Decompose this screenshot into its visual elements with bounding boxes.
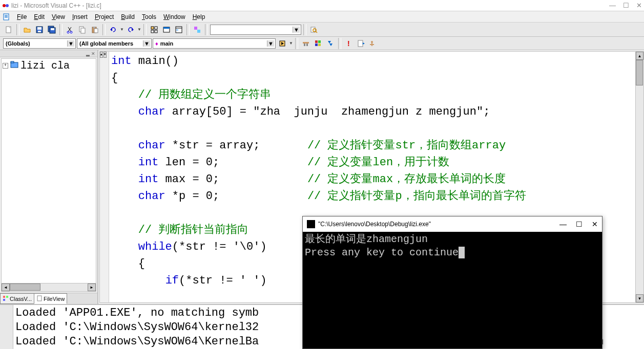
svg-rect-51 — [358, 40, 363, 47]
app-icon — [2, 2, 9, 9]
svg-text:!: ! — [347, 39, 350, 48]
menu-file[interactable]: File — [13, 12, 30, 21]
find-in-files-button[interactable] — [308, 24, 320, 35]
svg-rect-2 — [4, 14, 9, 20]
wizard-bar: (Globals)▼ (All global members▼ ♦ main▼ … — [0, 37, 644, 50]
svg-rect-33 — [176, 29, 178, 31]
svg-point-1 — [6, 4, 9, 7]
menu-project[interactable]: Project — [91, 12, 117, 21]
menu-edit[interactable]: Edit — [30, 12, 48, 21]
filter-combo[interactable]: (All global members▼ — [77, 38, 152, 49]
scroll-thumb[interactable] — [636, 60, 643, 85]
open-button[interactable] — [22, 24, 33, 35]
minimize-button[interactable]: — — [609, 2, 616, 9]
panel-handle[interactable]: ▂ ✕ — [0, 50, 97, 57]
svg-rect-41 — [303, 42, 309, 43]
menu-build[interactable]: Build — [117, 12, 138, 21]
svg-rect-55 — [370, 44, 374, 45]
svg-marker-48 — [328, 41, 331, 43]
console-title: "C:\Users\lenovo\Desktop\Debug\lizi.exe" — [318, 221, 559, 228]
classview-tab[interactable]: ClassV... — [0, 293, 34, 304]
class-tree[interactable]: + lizi cla ◀▶ — [1, 58, 96, 292]
insert-breakpoint-button[interactable] — [368, 38, 379, 49]
svg-rect-57 — [11, 61, 14, 63]
copy-button[interactable] — [77, 24, 88, 35]
goto-dropdown[interactable]: ▼ — [289, 41, 293, 46]
close-button[interactable]: ✕ — [636, 2, 642, 9]
resource-button[interactable] — [192, 24, 203, 35]
goto-button[interactable] — [277, 38, 288, 49]
svg-rect-27 — [151, 30, 154, 33]
svg-rect-13 — [51, 28, 54, 30]
svg-rect-21 — [93, 27, 95, 28]
svg-rect-44 — [315, 40, 318, 43]
menubar: File Edit View Insert Project Build Tool… — [0, 11, 644, 23]
svg-rect-26 — [155, 27, 157, 29]
menu-tools[interactable]: Tools — [138, 12, 160, 21]
menu-window[interactable]: Window — [160, 12, 189, 21]
execute-button[interactable]: ! — [343, 38, 355, 49]
svg-point-0 — [3, 4, 6, 7]
scroll-down-button[interactable]: ▼ — [636, 294, 643, 302]
console-body[interactable]: 最长的单词是zhamengjun Press any key to contin… — [303, 232, 602, 260]
members-combo[interactable]: ♦ main▼ — [153, 38, 276, 49]
tree-root-label: lizi cla — [20, 60, 70, 72]
paste-button[interactable] — [89, 24, 100, 35]
fileview-icon — [36, 295, 43, 302]
find-combo[interactable]: ▼ — [210, 25, 301, 35]
menu-insert[interactable]: Insert — [69, 12, 91, 21]
folder-icon — [10, 60, 19, 72]
svg-line-38 — [316, 31, 317, 33]
document-icon[interactable] — [2, 13, 10, 21]
editor-gutter — [100, 52, 109, 302]
compile-button[interactable] — [300, 38, 311, 49]
svg-rect-43 — [306, 43, 308, 46]
save-button[interactable] — [34, 24, 45, 35]
svg-rect-28 — [155, 30, 157, 33]
scroll-up-button[interactable]: ▲ — [636, 52, 643, 60]
stop-build-button[interactable] — [325, 38, 336, 49]
fileview-tab[interactable]: FileView — [34, 293, 67, 304]
save-all-button[interactable] — [46, 24, 57, 35]
console-window[interactable]: "C:\Users\lenovo\Desktop\Debug\lizi.exe"… — [302, 216, 603, 349]
classview-icon — [3, 295, 9, 302]
redo-dropdown[interactable]: ▼ — [137, 27, 141, 32]
new-text-file-button[interactable] — [3, 24, 14, 35]
build-button[interactable] — [313, 38, 324, 49]
svg-rect-34 — [194, 27, 197, 30]
svg-rect-45 — [318, 40, 321, 43]
window-list-button[interactable] — [173, 24, 184, 35]
svg-rect-61 — [37, 296, 41, 301]
workspace-tabs: ClassV... FileView — [0, 293, 97, 304]
console-maximize-button[interactable]: ☐ — [576, 220, 583, 228]
svg-rect-22 — [94, 29, 98, 33]
svg-rect-9 — [37, 27, 41, 30]
menu-view[interactable]: View — [48, 12, 69, 21]
maximize-button[interactable]: ☐ — [623, 2, 629, 9]
go-button[interactable] — [356, 38, 367, 49]
editor-split-buttons[interactable]: ▴▾ — [100, 52, 107, 59]
tree-root-item[interactable]: + lizi cla — [3, 60, 95, 72]
menu-help[interactable]: Help — [189, 12, 209, 21]
svg-rect-10 — [38, 31, 41, 32]
console-close-button[interactable]: ✕ — [592, 220, 598, 228]
svg-rect-59 — [6, 296, 8, 298]
expand-icon[interactable]: + — [3, 63, 8, 69]
cut-button[interactable] — [65, 24, 76, 35]
editor-vscroll[interactable]: ▲ ▼ — [635, 52, 643, 302]
redo-button[interactable] — [125, 24, 136, 35]
svg-rect-30 — [163, 27, 170, 29]
output-button[interactable] — [161, 24, 172, 35]
undo-dropdown[interactable]: ▼ — [120, 27, 124, 32]
scope-combo[interactable]: (Globals)▼ — [3, 38, 76, 49]
undo-button[interactable] — [108, 24, 119, 35]
console-titlebar[interactable]: "C:\Users\lenovo\Desktop\Debug\lizi.exe"… — [303, 216, 602, 232]
console-icon — [307, 220, 315, 228]
svg-rect-25 — [151, 27, 154, 29]
svg-rect-42 — [304, 43, 305, 46]
tree-hscroll[interactable]: ◀▶ — [2, 283, 96, 291]
svg-rect-35 — [197, 30, 200, 33]
console-line-2: Press any key to continue_ — [305, 246, 600, 259]
workspace-button[interactable] — [149, 24, 160, 35]
console-minimize-button[interactable]: — — [559, 220, 567, 228]
